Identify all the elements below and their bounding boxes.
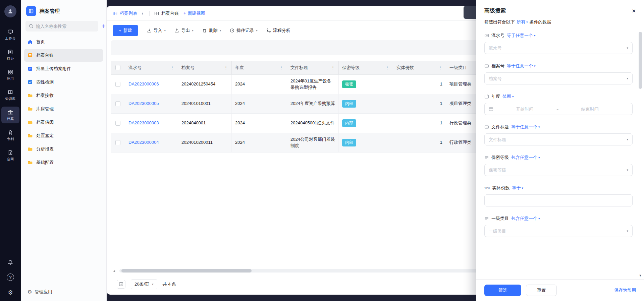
sidebar-item-disposal[interactable]: 处置鉴定: [24, 129, 103, 142]
select-all-checkbox[interactable]: [115, 65, 120, 70]
sidebar-item-quality-check[interactable]: 四性检测: [24, 76, 103, 88]
save-as-common-link[interactable]: 保存为常用: [614, 287, 636, 293]
filter-value-select[interactable]: ▾: [484, 133, 633, 145]
bell-icon[interactable]: [7, 259, 13, 265]
close-icon[interactable]: ✕: [632, 8, 636, 14]
filter-value-input[interactable]: [489, 137, 624, 142]
rail-item-patent[interactable]: 专利: [1, 127, 19, 143]
page-size-select[interactable]: 20条/页 ▾: [131, 279, 157, 289]
sidebar-search-input[interactable]: [36, 24, 95, 29]
sidebar-item-ledger[interactable]: 档案台账: [24, 49, 103, 62]
sidebar-item-batch-upload[interactable]: 批量上传档案附件: [24, 62, 103, 75]
column-header-year[interactable]: 年度⋮: [232, 61, 287, 74]
filter-operator-dropdown[interactable]: 等于▾: [512, 185, 524, 191]
filter-value-input[interactable]: [489, 76, 624, 81]
new-view-button[interactable]: + 新建视图: [183, 10, 205, 16]
filter-value-select[interactable]: ▾: [484, 164, 633, 176]
sidebar-item-reports[interactable]: 分析报表: [24, 143, 103, 156]
chevron-down-icon: ▾: [220, 29, 221, 32]
rail-items: 工作台 待办 应用 知识库 档案 专利 合同: [1, 26, 19, 164]
filter-button[interactable]: 筛选: [484, 285, 521, 296]
row-checkbox[interactable]: [115, 82, 120, 87]
sidebar-item-warehouse[interactable]: 库房管理: [24, 103, 103, 115]
help-icon[interactable]: ?: [7, 274, 14, 281]
operator-value: 包含任意一个: [511, 216, 537, 222]
column-header-fileno[interactable]: 档案号⋮: [178, 61, 232, 74]
filter-operator-dropdown[interactable]: 范围▾: [502, 94, 514, 100]
rail-item-workbench[interactable]: 工作台: [1, 26, 19, 43]
filter-operator-dropdown[interactable]: 包含任意一个▾: [511, 155, 540, 161]
filter-value-input[interactable]: [489, 46, 624, 51]
collapse-left-icon[interactable]: ◂: [111, 268, 117, 273]
manage-apps-button[interactable]: ⚙ 管理应用: [21, 283, 106, 301]
start-date-input[interactable]: [495, 107, 554, 112]
filter-value-input[interactable]: [489, 229, 624, 234]
column-header-copies[interactable]: 实体份数⋮: [393, 61, 446, 74]
rail-item-knowledge[interactable]: 知识库: [1, 86, 19, 103]
drawer-scrollbar[interactable]: ▼: [639, 32, 642, 277]
filter-value-select[interactable]: ▾: [484, 72, 633, 84]
column-header-serial[interactable]: 流水号⋮: [125, 61, 178, 74]
tab-more-icon[interactable]: ⋮: [140, 11, 145, 16]
column-header-title[interactable]: 文件标题⋮: [287, 61, 339, 74]
drawer-scrollbar-thumb[interactable]: [639, 32, 642, 89]
serial-link[interactable]: DA2023000006: [128, 81, 159, 87]
reset-button[interactable]: 重置: [526, 285, 557, 296]
serial-link[interactable]: DA2023000003: [128, 120, 159, 126]
filter-operator-dropdown[interactable]: 等于任意一个▾: [507, 33, 536, 39]
settings-gear-icon[interactable]: ⚙: [8, 289, 13, 296]
horizontal-scrollbar-thumb[interactable]: [121, 269, 252, 273]
rail-item-archive[interactable]: 档案: [1, 107, 19, 123]
row-checkbox[interactable]: [115, 101, 120, 106]
tab-label: 档案台账: [161, 10, 179, 16]
end-date-input[interactable]: [560, 107, 619, 112]
filter-operator-dropdown[interactable]: 等于任意一个▾: [511, 124, 540, 130]
sidebar-add-button[interactable]: +: [102, 23, 106, 29]
rail-item-apps[interactable]: 应用: [1, 66, 19, 83]
column-menu-icon[interactable]: ⋮: [170, 65, 174, 70]
rail-item-todo[interactable]: 待办: [1, 46, 19, 63]
column-menu-icon[interactable]: ⋮: [331, 65, 335, 70]
filter-operator-dropdown[interactable]: 包含任意一个▾: [511, 216, 540, 222]
new-record-button[interactable]: + 新建: [113, 25, 138, 36]
filter-value-input[interactable]: [489, 168, 624, 173]
row-checkbox[interactable]: [115, 140, 120, 145]
rail-item-contract[interactable]: 合同: [1, 147, 19, 164]
sidebar-item-receive[interactable]: 档案接收: [24, 89, 103, 102]
condition-mode-dropdown[interactable]: 所有 ▾: [517, 19, 528, 25]
cell-title: 2024公司对客部门着装制度: [287, 133, 339, 152]
serial-link[interactable]: DA2023000005: [128, 101, 159, 107]
column-menu-icon[interactable]: ⋮: [385, 65, 389, 70]
column-menu-icon[interactable]: ⋮: [224, 65, 228, 70]
table-settings-button[interactable]: [117, 280, 125, 289]
tab-archive-list[interactable]: 档案列表 ⋮: [113, 10, 145, 16]
flow-analysis-button[interactable]: 流程分析: [266, 27, 290, 34]
sidebar-item-base-config[interactable]: 基础配置: [24, 156, 103, 169]
export-button[interactable]: 导出 ▾: [174, 27, 194, 34]
filter-value-select[interactable]: ▾: [484, 225, 633, 237]
operation-log-button[interactable]: 操作记录 ▾: [230, 27, 258, 34]
obscured-toolbar-button: [464, 6, 476, 19]
tab-archive-ledger[interactable]: 档案台账: [154, 10, 179, 16]
filter-number-input[interactable]: [489, 198, 628, 203]
import-button[interactable]: 导入 ▾: [147, 27, 166, 34]
operation-log-label: 操作记录: [236, 27, 254, 34]
delete-button[interactable]: 删除 ▾: [202, 27, 221, 34]
new-view-label: 新建视图: [188, 10, 205, 16]
scroll-down-arrow-icon[interactable]: ▼: [639, 274, 642, 277]
filter-value-select[interactable]: ▾: [484, 42, 633, 54]
column-menu-icon[interactable]: ⋮: [438, 65, 442, 70]
sidebar-item-borrow[interactable]: 档案借阅: [24, 116, 103, 129]
row-checkbox[interactable]: [115, 121, 120, 126]
filter-value-number[interactable]: [484, 194, 633, 206]
date-range-picker[interactable]: ~: [484, 103, 633, 115]
column-menu-icon[interactable]: ⋮: [279, 65, 283, 70]
search-box[interactable]: [25, 21, 98, 32]
column-header-secrecy[interactable]: 保密等级⋮: [339, 61, 393, 74]
serial-link[interactable]: DA2023000004: [128, 139, 159, 145]
avatar[interactable]: [4, 5, 16, 17]
filter-label: 一级类目: [491, 216, 509, 222]
sidebar-item-home[interactable]: 首页: [24, 36, 103, 48]
filter-operator-dropdown[interactable]: 等于任意一个▾: [507, 63, 536, 69]
chevron-down-icon: ▾: [534, 34, 536, 37]
